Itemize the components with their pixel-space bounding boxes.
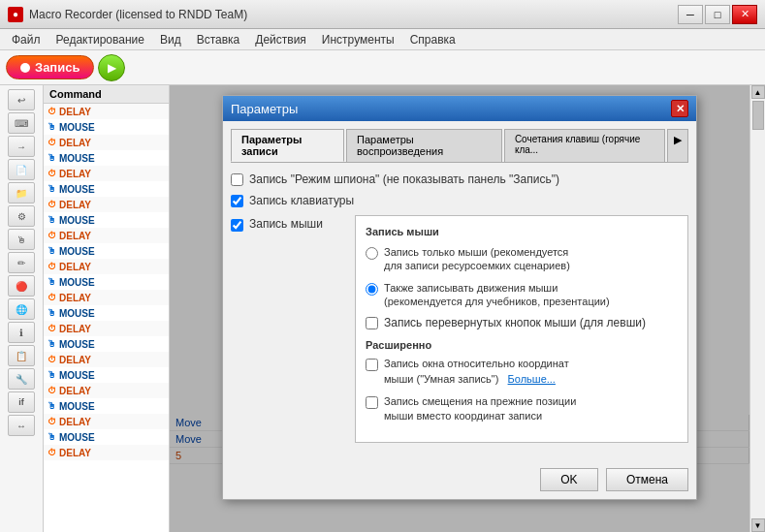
dialog-body: Параметры записи Параметры воспроизведен…	[223, 121, 696, 458]
offset-record-label: Запись смещения на прежние позиции мыши …	[384, 394, 576, 424]
sidebar-icon-8[interactable]: ✏	[8, 252, 35, 273]
smart-record-label: Запись окна относительно координат мыши …	[384, 357, 569, 387]
window-title: Macro Recorder (licensed to RNDD TeaM)	[29, 8, 247, 21]
close-button[interactable]: ✕	[732, 5, 757, 24]
tab-bar: Параметры записи Параметры воспроизведен…	[231, 129, 688, 163]
inverted-mouse-label: Запись перевернутых кнопок мыши (для лев…	[384, 316, 646, 329]
sidebar-icon-3[interactable]: →	[8, 136, 35, 157]
command-list-header: Command	[44, 85, 169, 104]
list-item[interactable]: 🖱MOUSE	[44, 274, 169, 290]
spy-mode-checkbox[interactable]	[231, 173, 243, 186]
settings-dialog: Параметры ✕ Параметры записи Параметры в…	[222, 95, 697, 500]
list-item[interactable]: 🖱MOUSE	[44, 429, 169, 445]
sidebar-icon-2[interactable]: ⌨	[8, 112, 35, 134]
list-item[interactable]: ⏱DELAY	[44, 228, 169, 243]
list-item[interactable]: ⏱DELAY	[44, 290, 169, 305]
list-item[interactable]: 🖱MOUSE	[44, 367, 169, 383]
list-item[interactable]: ⏱DELAY	[44, 259, 169, 274]
list-item[interactable]: 🖱MOUSE	[44, 336, 169, 352]
keyboard-record-checkbox[interactable]	[231, 195, 243, 207]
menu-edit[interactable]: Редактирование	[48, 31, 152, 48]
scroll-thumb[interactable]	[752, 101, 764, 130]
list-item[interactable]: 🖱MOUSE	[44, 398, 169, 414]
sidebar: ↩ ⌨ → 📄 📁 ⚙ 🖱 ✏ 🔴 🌐 ℹ 📋 🔧 if ↔	[0, 85, 44, 532]
mouse-radio-1-row: Запись только мыши (рекомендуетсядля зап…	[366, 245, 678, 273]
inverted-mouse-checkbox[interactable]	[366, 317, 378, 329]
sidebar-icon-11[interactable]: ℹ	[8, 322, 35, 343]
list-item[interactable]: ⏱DELAY	[44, 321, 169, 336]
list-item[interactable]: ⏱DELAY	[44, 352, 169, 367]
sidebar-icon-9[interactable]: 🔴	[8, 275, 35, 297]
list-item[interactable]: 🖱MOUSE	[44, 119, 169, 135]
mouse-record-checkbox[interactable]	[231, 219, 243, 232]
sidebar-icon-5[interactable]: 📁	[8, 182, 35, 203]
content-area: Move X = 136 Y = 96 Move X = 137 Y = 95 …	[170, 85, 749, 532]
spy-mode-label: Запись "Режим шпиона" (не показывать пан…	[249, 172, 559, 186]
menu-help[interactable]: Справка	[402, 31, 463, 48]
mouse-radio-2[interactable]	[366, 283, 378, 296]
scroll-up-button[interactable]: ▲	[751, 85, 765, 99]
more-link[interactable]: Больше...	[508, 373, 556, 385]
tab-more-button[interactable]: ▶	[667, 129, 688, 162]
mouse-section-title: Запись мыши	[366, 226, 678, 237]
smart-record-row: Запись окна относительно координат мыши …	[366, 357, 678, 387]
list-item[interactable]: ⏱DELAY	[44, 414, 169, 429]
list-item[interactable]: 🖱MOUSE	[44, 150, 169, 166]
offset-record-checkbox[interactable]	[366, 396, 378, 409]
menu-bar: Файл Редактирование Вид Вставка Действия…	[0, 29, 765, 50]
cancel-button[interactable]: Отмена	[606, 468, 688, 491]
menu-view[interactable]: Вид	[152, 31, 189, 48]
tab-record-settings[interactable]: Параметры записи	[231, 129, 344, 162]
tab-playback-settings[interactable]: Параметры воспроизведения	[346, 129, 502, 162]
dialog-title-bar: Параметры ✕	[223, 96, 696, 121]
list-item[interactable]: 🖱MOUSE	[44, 212, 169, 228]
maximize-button[interactable]: □	[705, 5, 730, 24]
mouse-radio-2-row: Также записывать движения мыши(рекоменду…	[366, 281, 678, 309]
sidebar-icon-if[interactable]: if	[8, 391, 35, 413]
mouse-record-label: Запись мыши	[249, 217, 323, 231]
menu-actions[interactable]: Действия	[247, 31, 314, 48]
menu-insert[interactable]: Вставка	[189, 31, 248, 48]
dialog-close-button[interactable]: ✕	[671, 100, 688, 117]
list-item[interactable]: ⏱DELAY	[44, 197, 169, 212]
sidebar-icon-1[interactable]: ↩	[8, 89, 35, 110]
list-item[interactable]: 🖱MOUSE	[44, 305, 169, 321]
mouse-radio-1[interactable]	[366, 247, 378, 260]
list-item[interactable]: ⏱DELAY	[44, 166, 169, 181]
sidebar-icon-4[interactable]: 📄	[8, 159, 35, 180]
ok-button[interactable]: OK	[540, 468, 598, 491]
window-controls: ─ □ ✕	[678, 5, 757, 24]
sidebar-icon-12[interactable]: 📋	[8, 345, 35, 366]
dialog-title: Параметры	[231, 102, 298, 116]
list-item[interactable]: 🖱MOUSE	[44, 243, 169, 259]
sidebar-icon-15[interactable]: ↔	[8, 415, 35, 436]
keyboard-record-label: Запись клавиатуры	[249, 194, 354, 207]
mouse-record-row: Запись мыши Запись мыши Запись только мы…	[231, 215, 688, 443]
minimize-button[interactable]: ─	[678, 5, 703, 24]
menu-file[interactable]: Файл	[4, 31, 48, 48]
list-item[interactable]: ⏱DELAY	[44, 104, 169, 119]
scroll-down-button[interactable]: ▼	[751, 518, 765, 532]
inverted-mouse-row: Запись перевернутых кнопок мыши (для лев…	[366, 316, 678, 329]
list-item[interactable]: ⏱DELAY	[44, 445, 169, 460]
sidebar-icon-7[interactable]: 🖱	[8, 229, 35, 250]
record-button[interactable]: Запись	[6, 55, 94, 79]
sidebar-icon-6[interactable]: ⚙	[8, 205, 35, 227]
tab-hotkeys[interactable]: Сочетания клавиш (горячие кла...	[504, 129, 665, 162]
sidebar-icon-10[interactable]: 🌐	[8, 298, 35, 320]
scrollbar[interactable]: ▲ ▼	[749, 85, 765, 532]
play-button[interactable]: ▶	[98, 54, 125, 81]
sidebar-icon-13[interactable]: 🔧	[8, 368, 35, 390]
menu-tools[interactable]: Инструменты	[314, 31, 402, 48]
title-bar: ● Macro Recorder (licensed to RNDD TeaM)…	[0, 0, 765, 29]
mouse-radio-1-label: Запись только мыши (рекомендуетсядля зап…	[384, 245, 570, 273]
scroll-track[interactable]	[752, 99, 764, 518]
list-item[interactable]: ⏱DELAY	[44, 383, 169, 398]
smart-record-checkbox[interactable]	[366, 359, 378, 371]
dialog-footer: OK Отмена	[223, 458, 696, 499]
modal-overlay: Параметры ✕ Параметры записи Параметры в…	[170, 85, 749, 532]
list-item[interactable]: ⏱DELAY	[44, 135, 169, 150]
record-dot-icon	[20, 63, 30, 73]
list-item[interactable]: 🖱MOUSE	[44, 181, 169, 197]
mouse-record-section: Запись мыши Запись только мыши (рекоменд…	[355, 215, 688, 443]
